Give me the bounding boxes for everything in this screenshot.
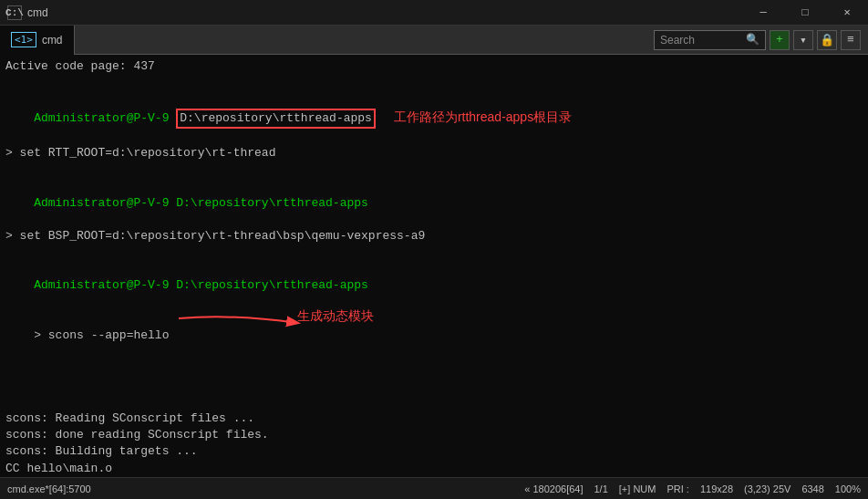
terminal-line-14: CC hello\main.o [5,461,863,477]
tab-cmd[interactable]: <1> cmd [0,26,75,55]
terminal-line-6: Administrator@P-V-9 D:\repository\rtthre… [5,178,863,228]
maximize-button[interactable]: □ [784,0,826,26]
status-pos7: 6348 [801,483,823,494]
statusbar-right: « 180206[64] 1/1 [+] NUM PRI : 119x28 (3… [524,483,861,494]
terminal-line-11: scons: Reading SConscript files ... [5,411,863,427]
statusbar: cmd.exe*[64]:5700 « 180206[64] 1/1 [+] N… [0,477,868,499]
terminal-line-7: > set BSP_ROOT=d:\repository\rt-thread\b… [5,228,863,244]
annotation-2: 生成动态模块 [297,307,374,326]
terminal-area: Active code page: 437 Administrator@P-V-… [0,55,868,477]
search-box[interactable]: 🔍 [654,30,766,50]
toolbar-right: 🔍 + ▾ 🔒 ≡ [654,30,868,50]
status-pos2: 1/1 [594,483,608,494]
add-button[interactable]: + [770,30,790,50]
window-controls: ─ □ ✕ [742,0,868,25]
terminal-line-10: > scons --app=hello 生成动态模块 [5,311,863,411]
search-input[interactable] [660,34,742,47]
dropdown-button[interactable]: ▾ [793,30,813,50]
status-pos8: 100% [835,483,861,494]
status-pos5: 119x28 [700,483,733,494]
annotation-1: 工作路径为rtthread-apps根目录 [394,109,572,124]
close-button[interactable]: ✕ [826,0,868,26]
status-process: cmd.exe*[64]:5700 [7,483,91,494]
prompt-1: Administrator@P-V-9 [34,111,176,125]
menu-button[interactable]: ≡ [841,30,861,50]
status-pos6: (3,23) 25V [744,483,790,494]
tabbar: <1> cmd 🔍 + ▾ 🔒 ≡ [0,26,868,55]
terminal-line-3: Administrator@P-V-9 D:\repository\rtthre… [5,91,863,145]
status-pos4: PRI : [666,483,688,494]
lock-button[interactable]: 🔒 [817,30,837,50]
prompt-3: Administrator@P-V-9 D:\repository\rtthre… [34,278,368,292]
titlebar-left: C:\ cmd [7,5,48,20]
tab-label: cmd [42,34,63,47]
terminal-line-4: > set RTT_ROOT=d:\repository\rt-thread [5,145,863,161]
terminal-line-5 [5,161,863,178]
window-title: cmd [27,6,48,19]
status-pos3: [+] NUM [619,483,656,494]
titlebar: C:\ cmd ─ □ ✕ [0,0,868,26]
terminal-line-8 [5,244,863,261]
scons-cmd: > scons --app=hello [34,328,169,342]
tab-icon: <1> [11,32,36,47]
terminal-line-9: Administrator@P-V-9 D:\repository\rtthre… [5,261,863,311]
terminal-line-13: scons: Building targets ... [5,443,863,460]
terminal-line-12: scons: done reading SConscript files. [5,427,863,443]
terminal-line-2 [5,75,863,91]
status-pos1: « 180206[64] [524,483,583,494]
app-icon: C:\ [7,5,22,20]
minimize-button[interactable]: ─ [742,0,784,26]
highlighted-path: D:\repository\rtthread-apps [176,109,376,129]
terminal-line-1: Active code page: 437 [5,58,863,75]
search-icon: 🔍 [746,33,760,47]
statusbar-left: cmd.exe*[64]:5700 [7,483,91,494]
prompt-2: Administrator@P-V-9 D:\repository\rtthre… [34,196,368,210]
